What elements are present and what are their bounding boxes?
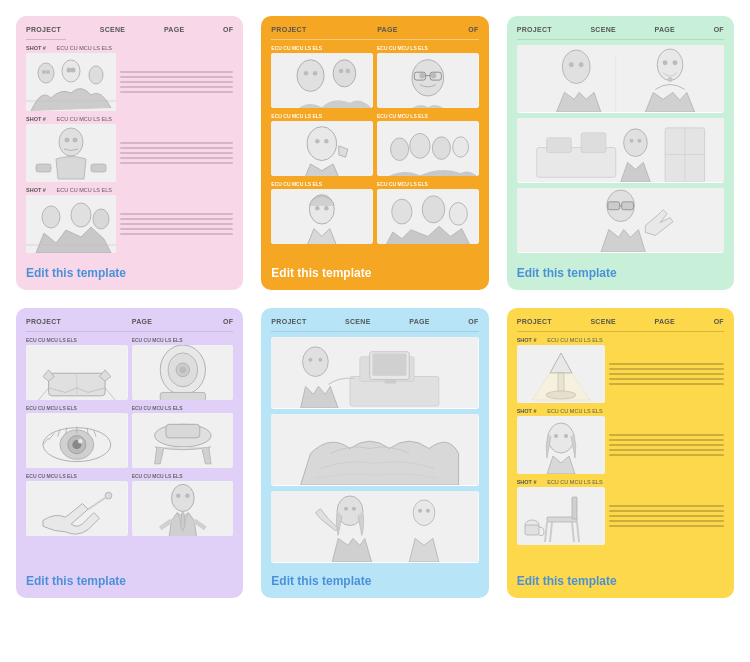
svg-point-16 [42,206,60,228]
template-card-blue: PROJECT SCENE PAGE OF [261,308,488,598]
shot-label-y1: SHOT # ECU CU MCU LS ELS [517,337,724,343]
header-scene-yellow: SCENE [590,318,616,325]
svg-point-116 [309,358,313,362]
svg-point-28 [412,60,444,96]
template-card-yellow: PROJECT SCENE PAGE OF SHOT # ECU CU MCU … [507,308,734,598]
header-of-blue: OF [468,318,478,325]
svg-point-53 [568,62,573,67]
edit-link-orange[interactable]: Edit this template [271,266,478,280]
template-card-green: PROJECT SCENE PAGE OF [507,16,734,290]
svg-rect-14 [91,164,106,172]
shot-label-y2: SHOT # ECU CU MCU LS ELS [517,408,724,414]
header-project: PROJECT [26,26,61,33]
svg-point-8 [71,68,76,73]
header-page: PAGE [164,26,185,33]
edit-link-yellow[interactable]: Edit this template [517,574,724,588]
svg-point-23 [304,71,309,76]
svg-point-24 [313,71,318,76]
svg-point-54 [578,62,583,67]
shot-types-o2: ECU CU MCU LS ELS [377,45,479,51]
shot-label-1: SHOT # ECU CU MCU LS ELS [26,45,233,51]
shot-types-p4: ECU CU MCU LS ELS [132,405,234,411]
edit-link-purple[interactable]: Edit this template [26,574,233,588]
svg-rect-73 [621,202,633,210]
svg-point-131 [554,434,558,438]
svg-point-123 [413,500,435,526]
card-header-pink: PROJECT SCENE PAGE OF [26,26,233,33]
svg-point-130 [548,423,574,453]
svg-point-18 [93,209,109,229]
svg-point-39 [391,138,409,161]
shot-types-p5: ECU CU MCU LS ELS [26,473,128,479]
header-page-purple: PAGE [132,318,153,325]
svg-point-82 [179,366,186,373]
header-page-yellow: PAGE [655,318,676,325]
svg-point-122 [352,507,356,511]
header-project-green: PROJECT [517,26,552,33]
svg-point-132 [564,434,568,438]
header-scene-green: SCENE [590,26,616,33]
svg-point-65 [629,139,633,143]
header-scene-blue: SCENE [345,318,371,325]
header-of-yellow: OF [714,318,724,325]
svg-point-105 [176,493,181,498]
svg-point-30 [431,73,437,79]
header-project-yellow: PROJECT [517,318,552,325]
svg-point-57 [672,60,677,65]
edit-link-pink[interactable]: Edit this template [26,266,233,280]
shot-types-o4: ECU CU MCU LS ELS [377,113,479,119]
svg-point-45 [315,206,320,211]
svg-rect-133 [517,487,605,545]
svg-point-12 [73,138,78,143]
svg-point-104 [171,484,194,511]
svg-rect-62 [546,138,571,153]
shot-types-o6: ECU CU MCU LS ELS [377,181,479,187]
svg-point-37 [324,139,329,144]
header-project-orange: PROJECT [271,26,306,33]
svg-rect-141 [525,525,539,535]
template-card-purple: PROJECT PAGE OF ECU CU MCU LS ELS [16,308,243,598]
svg-point-26 [346,69,351,74]
svg-point-106 [185,493,190,498]
svg-point-46 [324,206,329,211]
svg-point-124 [418,509,422,513]
svg-point-42 [453,137,469,157]
shot-types-p3: ECU CU MCU LS ELS [26,405,128,411]
header-of-purple: OF [223,318,233,325]
svg-point-22 [333,60,356,87]
card-header-yellow: PROJECT SCENE PAGE OF [517,318,724,325]
header-of-green: OF [714,26,724,33]
svg-point-35 [307,127,336,161]
header-of: OF [223,26,233,33]
svg-point-125 [426,509,430,513]
header-project-blue: PROJECT [271,318,306,325]
svg-point-117 [319,358,323,362]
shot-types-o3: ECU CU MCU LS ELS [271,113,373,119]
svg-point-17 [71,203,91,227]
svg-rect-135 [572,497,577,519]
svg-point-50 [449,203,467,226]
svg-rect-83 [160,392,205,400]
svg-point-11 [65,138,70,143]
edit-link-green[interactable]: Edit this template [517,266,724,280]
svg-point-48 [392,199,412,224]
edit-link-blue[interactable]: Edit this template [271,574,478,588]
svg-point-58 [668,78,672,82]
svg-rect-72 [607,202,619,210]
header-page-orange: PAGE [377,26,398,33]
svg-rect-63 [581,133,606,153]
svg-point-25 [339,69,344,74]
svg-rect-113 [373,354,407,376]
svg-point-115 [303,347,329,377]
svg-point-89 [78,439,83,444]
svg-point-1 [38,63,54,83]
svg-point-29 [419,73,425,79]
svg-rect-119 [271,491,478,562]
shot-label-2: SHOT # ECU CU MCU LS ELS [26,116,233,122]
header-page-blue: PAGE [409,318,430,325]
svg-point-102 [105,492,112,499]
svg-rect-51 [517,45,724,112]
template-grid: PROJECT SCENE PAGE OF SHOT # ECU CU MCU … [16,16,734,598]
svg-point-6 [46,70,50,74]
shot-types-o5: ECU CU MCU LS ELS [271,181,373,187]
